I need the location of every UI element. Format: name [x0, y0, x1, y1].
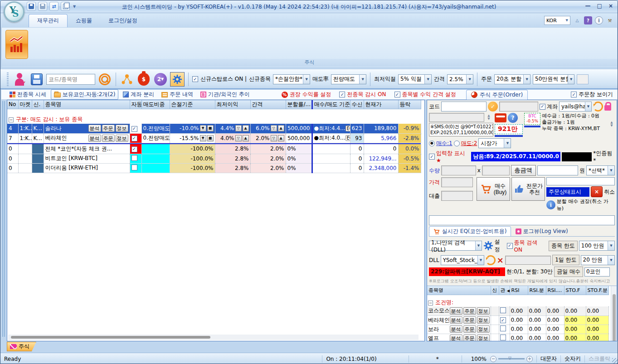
col-no[interactable]: No: [7, 100, 18, 109]
zoom-out-button[interactable]: −: [490, 356, 496, 362]
order-button[interactable]: 주문: [102, 125, 115, 132]
spin-up-button[interactable]: ▲: [243, 125, 249, 131]
horizontal-scrollbar[interactable]: [8, 335, 418, 340]
eq-badge[interactable]: EQ: [345, 126, 350, 131]
spin-down-button[interactable]: ▽: [235, 135, 242, 141]
spin-up-button[interactable]: ▲: [278, 135, 284, 141]
refresh-icon[interactable]: [486, 255, 496, 265]
order-button[interactable]: 주문: [463, 307, 476, 315]
col-new[interactable]: 신: [491, 286, 499, 295]
tab-order-history[interactable]: 주문 내역: [159, 90, 196, 99]
unit-input[interactable]: [482, 165, 510, 175]
question-icon[interactable]: ?: [508, 113, 518, 123]
col-name[interactable]: 종목명: [427, 286, 491, 295]
col-new[interactable]: 신.: [32, 100, 44, 109]
search-on-checkbox[interactable]: ✓: [507, 243, 513, 249]
buy-button[interactable]: 매수(Buy): [477, 177, 510, 201]
auto-checkbox[interactable]: ✓: [131, 136, 137, 141]
table-row[interactable]: 4 1:K... K... 솔라나 분석 주문 정보 ✓ 0.전량매도 -10.…: [7, 124, 421, 133]
toolbar-grip[interactable]: [7, 73, 9, 86]
watch-checkbox[interactable]: [500, 325, 506, 331]
watch-group-row[interactable]: −조건명:: [427, 298, 608, 306]
info-button[interactable]: 정보: [477, 335, 490, 341]
status-numlock[interactable]: 숫자키: [564, 355, 581, 363]
col-rsi[interactable]: RSI: [510, 286, 528, 295]
resize-grip[interactable]: [612, 358, 618, 364]
ribbon-tab-login[interactable]: 로그인/설정: [100, 15, 146, 27]
spin-down-button[interactable]: ▼: [200, 125, 206, 131]
spin-down-button[interactable]: ▽: [235, 125, 242, 131]
spin-up-button[interactable]: ▲: [278, 125, 284, 131]
delete-x-icon[interactable]: ×: [497, 256, 504, 264]
watch-row[interactable]: 베라체인분석주문정보 ✓ 0.000.000.00 0.000.00: [427, 315, 608, 325]
order-memo-input[interactable]: [429, 215, 615, 225]
save-button[interactable]: [29, 72, 44, 87]
qty-input[interactable]: [441, 165, 476, 175]
watch-checkbox[interactable]: ✓: [500, 317, 506, 323]
language-select[interactable]: KOR▼: [544, 16, 570, 25]
total-amount-button[interactable]: 총금액: [511, 165, 536, 176]
sell-rate-select[interactable]: 전량매도▼: [331, 74, 366, 84]
status-scrolllock[interactable]: 스크롤락: [589, 355, 610, 363]
left-arrow-icon[interactable]: ◀: [507, 289, 510, 293]
collapse-icon[interactable]: −: [9, 117, 14, 122]
tab-log-view[interactable]: 로그뷰(Log View): [512, 227, 572, 236]
info-button[interactable]: 정보: [477, 325, 490, 333]
min-profit-select[interactable]: 5% 익절▼: [398, 74, 432, 84]
tab-all-quotes[interactable]: 전종목 시세: [7, 90, 49, 99]
help-book-icon[interactable]: ?: [584, 16, 592, 24]
col-rsi-min[interactable]: RSI.분: [528, 286, 546, 295]
app-logo[interactable]: Y S: [4, 1, 24, 22]
auto-checkbox[interactable]: [131, 155, 137, 161]
price-input[interactable]: [441, 177, 473, 187]
workspace-tab-stock[interactable]: 주식: [7, 342, 36, 351]
price-type-select[interactable]: 시장가▼: [478, 138, 511, 148]
auto-checkbox[interactable]: [131, 165, 137, 170]
spin-down-button[interactable]: ▽: [271, 135, 277, 141]
show-order-checkbox[interactable]: ✓: [571, 92, 577, 97]
symbol-search-input[interactable]: [46, 74, 95, 85]
col-sell-weight[interactable]: 매도비중: [141, 100, 170, 109]
watch-checkbox[interactable]: [500, 335, 506, 340]
col-gap[interactable]: 간격: [250, 100, 286, 109]
watch-row[interactable]: 엘프분석주문정보 0.000.000.00 0.000.00: [427, 334, 608, 341]
watch-row[interactable]: 보라분석주문정보 0.000.000.00 0.000.00: [427, 325, 608, 334]
loan-input[interactable]: [441, 191, 473, 201]
table-row[interactable]: 0 이더리움 [KRW-ETH] -100.0% 2.8% 2.0% 0% 0 …: [7, 163, 421, 173]
col-market[interactable]: 마켓: [18, 100, 32, 109]
order-button[interactable]: 주문: [463, 325, 476, 333]
watch-row[interactable]: 코스모스분석주문정보 0.000.000.00 0.000.00: [427, 306, 608, 315]
money-bag-button[interactable]: $: [136, 72, 151, 87]
col-stof[interactable]: STO.F: [564, 286, 586, 295]
amount-input[interactable]: [537, 165, 578, 175]
table-row[interactable]: 0 비트코인 [KRW-BTC] -100.0% 2.8% 2.0% 0% 0 …: [7, 154, 421, 163]
spinner-icon[interactable]: ▲▼: [486, 114, 492, 121]
analyze-button[interactable]: 분석: [88, 135, 101, 142]
analyze-button[interactable]: 분석: [450, 335, 462, 341]
tab-holdings[interactable]: 보유코인.자동:2개(2): [51, 89, 119, 100]
ribbon-tab-shop[interactable]: 쇼핑몰: [68, 15, 100, 27]
vertical-scrollbar[interactable]: [611, 286, 617, 341]
order-button[interactable]: 주문: [102, 135, 115, 142]
auto-checkbox[interactable]: ✓: [131, 146, 137, 152]
col-rsi-x[interactable]: RSI....: [546, 286, 564, 295]
spin-down-button[interactable]: ▼: [200, 135, 206, 141]
tools-icon[interactable]: ⚒: [606, 16, 614, 24]
col-split[interactable]: 분할률/...: [286, 100, 312, 109]
alert-item[interactable]: 229:알파쿼크[KRW-AQT]: [429, 267, 505, 276]
timer-button[interactable]: 2▼: [153, 72, 168, 87]
analyze-button[interactable]: 분석: [450, 325, 462, 333]
auto-checkbox[interactable]: ✓: [131, 126, 137, 132]
zoom-slider[interactable]: ▽: [498, 358, 525, 359]
status-caps[interactable]: 대문자: [540, 355, 557, 363]
info-button[interactable]: 정보: [477, 307, 490, 315]
dll-search-select[interactable]: 1,나만의 검색(DLL)▼: [429, 241, 482, 251]
info-button[interactable]: 정보: [116, 135, 128, 142]
per-item-checkbox[interactable]: ✓: [394, 92, 400, 97]
stoploss-checkbox[interactable]: ✓: [192, 76, 198, 82]
order-button[interactable]: 주문: [463, 335, 476, 341]
tab-stock-order[interactable]: 주식 주문(Order): [466, 90, 528, 100]
new-item-select[interactable]: *손절안함*▼: [273, 74, 310, 84]
info-button[interactable]: 정보: [116, 125, 128, 132]
minimize-button[interactable]: —: [585, 3, 591, 9]
